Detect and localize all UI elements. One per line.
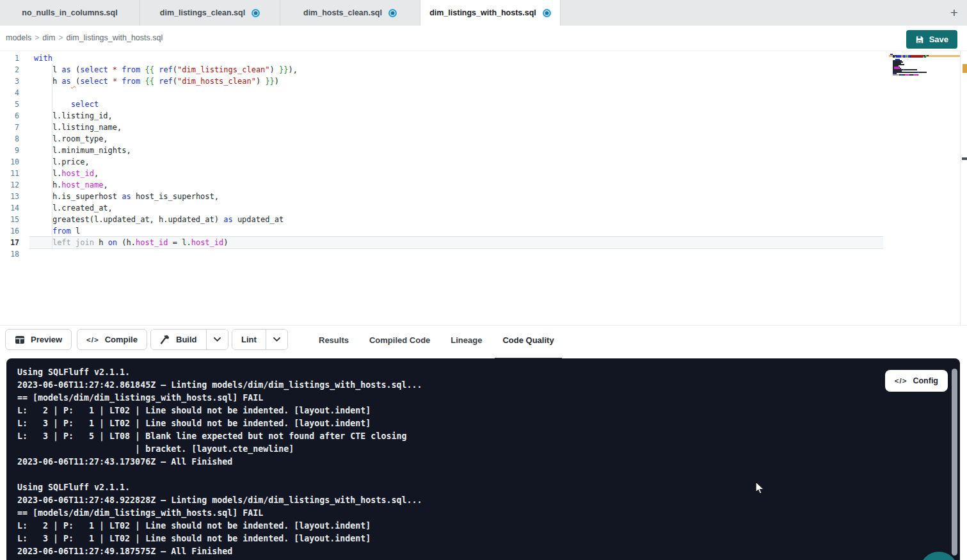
code-editor[interactable]: 123456789101112131415161718 with l as (s… [0,51,967,325]
code-line[interactable]: h as (select * from {{ ref("dim_hosts_cl… [34,76,298,87]
dbt-ide-window: no_nulls_in_columns.sqldim_listings_clea… [0,0,967,560]
lint-dropdown-button[interactable] [266,330,287,349]
code-line[interactable]: l.minimum_nights, [34,145,298,156]
code-token: as [223,215,232,224]
code-token [34,238,52,247]
chevron-down-icon [214,337,221,342]
code-line[interactable]: from l [34,225,298,237]
code-line[interactable]: l.room_type, [34,133,298,145]
code-line[interactable]: h.host_name, [34,179,298,191]
lint-button[interactable]: Lint [232,330,266,349]
code-token: ( [173,65,177,74]
code-token: as [61,77,70,86]
code-line[interactable]: l.host_id, [34,168,298,179]
code-token: l [34,65,61,74]
panel-tab-lineage[interactable]: Lineage [443,326,490,354]
code-line[interactable] [34,248,298,260]
editor-tab[interactable]: no_nulls_in_columns.sql [0,0,140,26]
line-number: 6 [0,110,29,122]
tab-label: dim_listings_clean.sql [160,8,245,17]
editor-scroll-gutter[interactable] [960,51,967,325]
line-number: 7 [0,122,29,133]
compile-button[interactable]: </> Compile [77,329,147,350]
chevron-down-icon [273,337,280,342]
code-token: , [103,180,108,189]
terminal-output: Using SQLFluff v2.1.1. 2023-06-06T11:27:… [17,366,422,558]
line-number: 11 [0,168,29,179]
code-token: ( [173,77,177,86]
line-number: 16 [0,225,29,237]
code-token [71,77,76,86]
panel-tab-compiled-code[interactable]: Compiled Code [362,326,438,354]
breadcrumb-item: dim_listings_with_hosts.sql [66,33,163,42]
code-token: select [80,65,108,74]
code-line[interactable]: l as (select * from {{ ref("dim_listings… [34,64,298,76]
code-token: l.minimum_nights, [34,146,131,155]
terminal-panel: Using SQLFluff v2.1.1. 2023-06-06T11:27:… [6,358,960,560]
code-token: }} [265,77,274,86]
mouse-cursor [754,482,765,495]
code-token: host_id [136,238,168,247]
code-token: host_id [61,169,94,178]
code-token: greatest(l.updated_at, h.updated_at) [34,215,223,224]
line-number: 15 [0,214,29,225]
panel-tab-results[interactable]: Results [311,326,356,354]
config-button-label: Config [913,376,938,385]
new-tab-button[interactable]: + [945,4,963,22]
config-button[interactable]: </> Config [885,370,948,392]
code-line[interactable]: greatest(l.updated_at, h.updated_at) as … [34,214,298,225]
editor-tab[interactable]: dim_hosts_clean.sql [280,0,420,26]
code-token: h. [34,180,61,189]
tab-label: dim_hosts_clean.sql [303,8,382,17]
code-line[interactable]: l.listing_id, [34,110,298,122]
compile-button-label: Compile [105,335,138,344]
preview-button-label: Preview [31,335,62,344]
code-line[interactable]: l.created_at, [34,202,298,214]
line-number: 17 [0,237,29,248]
editor-code[interactable]: with l as (select * from {{ ref("dim_lis… [34,52,298,260]
editor-tab[interactable]: dim_listings_clean.sql [140,0,280,26]
breadcrumb-item: dim [42,33,55,42]
preview-button[interactable]: Preview [5,329,72,350]
build-button-group: Build [150,329,228,350]
code-token: left join [52,238,94,247]
code-token: {{ [145,65,154,74]
code-token: from [122,77,140,86]
code-token: }} [279,65,288,74]
code-token: ) [223,238,228,247]
editor-tab[interactable]: dim_listings_with_hosts.sql [420,0,561,26]
lint-button-group: Lint [232,329,288,350]
panel-tab-code-quality[interactable]: Code Quality [495,326,561,354]
code-line[interactable]: l.price, [34,156,298,168]
code-line[interactable] [34,87,298,99]
minimap[interactable] [889,54,960,92]
line-number: 5 [0,99,29,110]
scroll-cursor-marker [962,157,967,160]
code-token: h [94,238,108,247]
code-token: ) [270,65,275,74]
line-number: 14 [0,202,29,214]
build-button[interactable]: Build [151,330,206,349]
scroll-warning-marker [963,64,967,73]
breadcrumb-separator: > [35,33,39,42]
code-token: {{ [145,77,154,86]
build-dropdown-button[interactable] [206,330,228,349]
editor-gutter: 123456789101112131415161718 [0,52,29,260]
code-token: "dim_listings_clean" [177,65,270,74]
code-token: = l. [168,238,191,247]
breadcrumb-bar: models>dim>dim_listings_with_hosts.sql S… [0,26,967,51]
lint-button-label: Lint [241,335,257,344]
code-line[interactable]: with [34,52,298,64]
hammer-icon [160,335,170,344]
code-line[interactable]: l.listing_name, [34,122,298,133]
code-line[interactable]: left join h on (h.host_id = l.host_id) [34,237,298,248]
save-button[interactable]: Save [906,30,957,49]
code-line[interactable]: select [34,99,298,110]
tab-label: dim_listings_with_hosts.sql [429,8,536,17]
line-number: 9 [0,145,29,156]
terminal-scrollbar[interactable] [952,369,957,556]
save-button-label: Save [929,35,948,44]
code-line[interactable]: h.is_superhost as host_is_superhost, [34,191,298,202]
code-token: * [113,65,117,74]
minimap-rows [890,54,929,77]
